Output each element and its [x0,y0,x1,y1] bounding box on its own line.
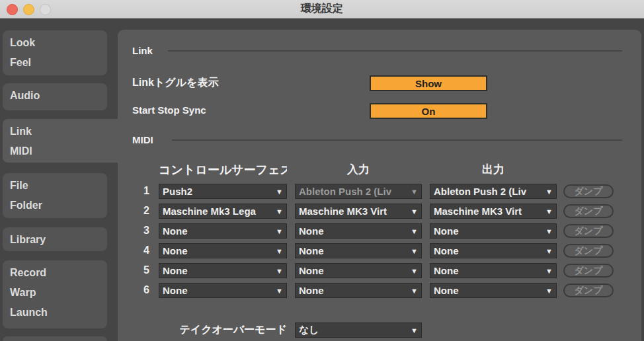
selected-value: Ableton Push 2 (Liv [434,186,544,197]
takeover-mode-select[interactable]: なし ▼ [295,322,422,338]
dump-button-1[interactable]: ダンプ [563,184,614,198]
zoom-button [40,4,51,15]
start-stop-sync-button[interactable]: On [370,103,487,119]
tab-label: Audio [10,86,107,106]
sidebar-tab-partial[interactable] [3,336,107,341]
chevron-down-icon: ▼ [276,287,283,295]
selected-value: None [163,265,274,276]
midi-output-select-3[interactable]: None ▼ [430,223,557,239]
chevron-down-icon: ▼ [276,188,283,196]
minimize-button[interactable] [23,4,34,15]
chevron-down-icon: ▼ [411,247,418,255]
dump-button-3[interactable]: ダンプ [563,224,614,238]
chevron-down-icon: ▼ [276,208,283,215]
chevron-down-icon: ▼ [545,188,553,196]
chevron-down-icon: ▼ [276,247,283,255]
chevron-down-icon: ▼ [545,208,553,215]
chevron-down-icon: ▼ [411,208,418,215]
tab-label: Launch [10,303,107,322]
sidebar-tab-record-warp-launch[interactable]: Record Warp Launch [3,260,107,328]
chevron-down-icon: ▼ [411,188,418,196]
midi-input-select-2[interactable]: Maschine MK3 Virt ▼ [295,204,422,219]
selected-value: None [299,265,409,276]
sidebar-tab-look-feel[interactable]: Look Feel [3,30,107,75]
chevron-down-icon: ▼ [276,267,283,275]
midi-input-select-5[interactable]: None ▼ [295,263,422,278]
column-header-input: 入力 [295,162,422,177]
selected-value: None [299,225,409,237]
row-number: 4 [132,245,149,256]
midi-input-select-4[interactable]: None ▼ [295,243,422,258]
selected-value: None [163,285,274,296]
control-surface-select-2[interactable]: Maschine Mk3 Lega ▼ [159,204,287,219]
preferences-window: 環境設定 Look Feel Audio Link MIDI File Fold… [0,0,644,341]
midi-output-select-5[interactable]: None ▼ [430,263,557,278]
tab-label: Look [10,33,107,53]
chevron-down-icon: ▼ [411,287,418,295]
selected-value: None [434,225,544,237]
close-button[interactable] [7,4,18,15]
sidebar-tab-audio[interactable]: Audio [3,83,107,110]
dump-button-5[interactable]: ダンプ [563,264,614,278]
selected-value: None [434,285,544,296]
row-number: 2 [132,205,149,217]
midi-input-select-1[interactable]: Ableton Push 2 (Liv ▼ [295,184,422,199]
start-stop-sync-label: Start Stop Sync [132,104,206,116]
row-number: 1 [132,185,149,197]
midi-input-select-6[interactable]: None ▼ [295,283,422,298]
control-surface-select-3[interactable]: None ▼ [159,223,287,239]
section-divider [172,139,622,141]
sidebar-tab-library[interactable]: Library [3,227,107,251]
selected-value: None [163,225,274,237]
tab-label: MIDI [10,141,123,161]
dump-button-4[interactable]: ダンプ [563,244,614,258]
show-link-toggle-button[interactable]: Show [370,75,487,91]
chevron-down-icon: ▼ [545,227,553,235]
midi-output-select-6[interactable]: None ▼ [430,283,557,298]
sidebar-tab-link-midi[interactable]: Link MIDI [3,119,123,163]
row-number: 6 [132,284,149,296]
tab-label: Feel [10,53,107,73]
link-section-heading: Link [132,45,153,56]
tab-label: Record [10,263,107,283]
traffic-lights [7,0,51,19]
sidebar-tab-file-folder[interactable]: File Folder [3,173,107,218]
chevron-down-icon: ▼ [411,267,418,275]
chevron-down-icon: ▼ [545,267,553,275]
selected-value: None [299,245,409,256]
selected-value: None [434,245,544,256]
control-surface-select-4[interactable]: None ▼ [159,243,287,258]
dump-button-2[interactable]: ダンプ [563,204,614,218]
chevron-down-icon: ▼ [545,287,553,295]
tab-label: Library [10,230,107,250]
midi-output-select-1[interactable]: Ableton Push 2 (Liv ▼ [430,184,557,199]
selected-value: なし [299,324,409,336]
control-surface-select-5[interactable]: None ▼ [159,263,287,278]
dump-button-6[interactable]: ダンプ [563,284,614,297]
column-header-output: 出力 [430,162,557,177]
selected-value: Maschine MK3 Virt [434,206,544,217]
chevron-down-icon: ▼ [411,227,418,235]
title-bar: 環境設定 [0,0,644,19]
midi-output-select-4[interactable]: None ▼ [430,243,557,258]
midi-output-select-2[interactable]: Maschine MK3 Virt ▼ [430,204,557,219]
tab-label: Warp [10,283,107,303]
selected-value: Maschine MK3 Virt [299,206,409,217]
show-link-toggle-label: Linkトグルを表示 [132,76,218,90]
takeover-mode-label: テイクオーバーモード [132,323,287,337]
selected-value: Maschine Mk3 Lega [163,206,274,217]
control-surface-select-1[interactable]: Push2 ▼ [159,184,287,199]
control-surface-select-6[interactable]: None ▼ [159,283,287,298]
link-midi-panel: Link Linkトグルを表示 Show Start Stop Sync On … [118,30,641,341]
midi-input-select-3[interactable]: None ▼ [295,223,422,239]
row-number: 5 [132,264,149,276]
row-number: 3 [132,225,149,237]
selected-value: Push2 [163,186,274,197]
chevron-down-icon: ▼ [545,247,553,255]
midi-section-heading: MIDI [132,134,153,145]
chevron-down-icon: ▼ [276,227,283,235]
window-title: 環境設定 [301,2,343,16]
tab-label: Folder [10,196,107,215]
selected-value: None [434,265,544,276]
selected-value: None [299,285,409,296]
